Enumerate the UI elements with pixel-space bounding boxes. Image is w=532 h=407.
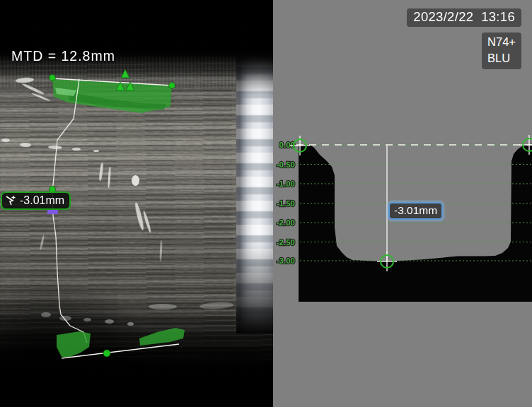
datetime-badge: 2023/2/22 13:16 — [407, 8, 521, 27]
y-axis-tick-label: -2.00 — [277, 218, 295, 227]
measure-point-dot[interactable] — [103, 350, 110, 357]
y-axis-tick-label: -2.50 — [277, 238, 295, 247]
probe-tip-text: BLU — [487, 50, 516, 66]
reference-region-bottom[interactable] — [57, 328, 185, 358]
videoscope-screen: MTD = 12.8mm -3.01mm — [0, 0, 532, 407]
camera-view: MTD = 12.8mm -3.01mm — [0, 0, 273, 407]
measure-point-dot[interactable] — [169, 83, 175, 89]
y-axis-tick-label: -3.00 — [277, 256, 295, 265]
sub-cursor-marker[interactable] — [47, 210, 58, 214]
y-axis-tick-label: -0.50 — [277, 160, 295, 169]
y-axis-tick-label: 0.00 — [279, 141, 295, 149]
measurement-panel: 0.00 -0.50 -1.00 -1.50 -2.00 -2.50 -3.00 — [273, 0, 532, 407]
y-axis-tick-label: -1.00 — [277, 179, 295, 188]
chart-depth-value-label: -3.01mm — [388, 202, 443, 220]
depth-value-text: -3.01mm — [20, 194, 64, 207]
probe-info-badge: N74+ BLU — [482, 33, 521, 69]
depth-value-tag[interactable]: -3.01mm — [1, 191, 71, 210]
mtd-result-label: MTD = 12.8mm — [11, 48, 115, 64]
y-axis-tick-label: -1.50 — [277, 199, 295, 208]
reference-region-top[interactable] — [52, 78, 172, 113]
probe-model-text: N74+ — [487, 34, 516, 50]
drag-cursor-icon — [4, 194, 18, 207]
profile-silhouette — [299, 144, 532, 302]
measure-point-dot[interactable] — [50, 75, 56, 81]
y-axis-tick-labels: 0.00 -0.50 -1.00 -1.50 -2.00 -2.50 -3.00 — [277, 141, 295, 265]
